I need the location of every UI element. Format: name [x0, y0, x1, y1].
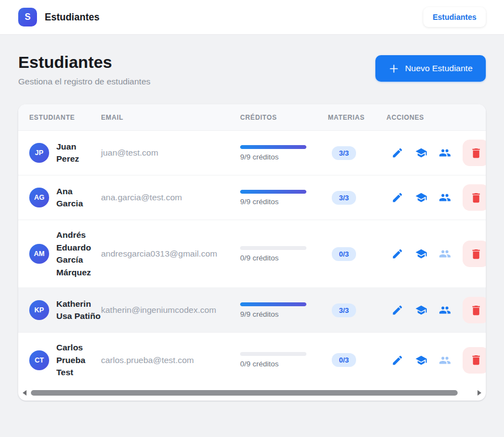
- credits-cell: 9/9 créditos: [240, 145, 328, 161]
- subjects-button[interactable]: [415, 248, 427, 260]
- materias-badge: 3/3: [332, 191, 356, 205]
- pencil-icon: [391, 147, 404, 159]
- credits-progressbar: [240, 145, 306, 149]
- table-row: KP Katherin Usa Patiño katherin@ingenium…: [18, 288, 486, 333]
- graduation-cap-icon: [415, 354, 427, 366]
- subjects-button[interactable]: [415, 147, 427, 159]
- credits-label: 0/9 créditos: [240, 360, 328, 368]
- avatar: CT: [29, 350, 49, 370]
- student-cell: JP Juan Perez: [18, 141, 101, 166]
- credits-label: 9/9 créditos: [240, 310, 328, 318]
- delete-button[interactable]: [463, 140, 486, 166]
- materias-cell: 0/3: [328, 247, 386, 261]
- actions-cell: [386, 140, 486, 166]
- credits-cell: 0/9 créditos: [240, 246, 328, 262]
- credits-progressbar: [240, 246, 306, 250]
- main-content: Estudiantes Gestiona el registro de estu…: [0, 35, 504, 401]
- scrollbar-thumb[interactable]: [31, 390, 458, 396]
- credits-label: 0/9 créditos: [240, 254, 328, 262]
- table-row: CT Carlos Prueba Test carlos.prueba@test…: [18, 333, 486, 388]
- page-head: Estudiantes Gestiona el registro de estu…: [18, 52, 486, 88]
- credits-progressbar: [240, 302, 306, 306]
- table-row: JP Juan Perez juan@test.com 9/9 créditos…: [18, 131, 486, 175]
- delete-button[interactable]: [463, 241, 486, 267]
- credits-cell: 9/9 créditos: [240, 190, 328, 206]
- group-button[interactable]: [439, 354, 451, 366]
- column-header-materias: MATERIAS: [328, 114, 386, 121]
- materias-cell: 3/3: [328, 146, 386, 160]
- page-subtitle: Gestiona el registro de estudiantes: [18, 76, 151, 88]
- table-header-row: ESTUDIANTE EMAIL CRÉDITOS MATERIAS ACCIO…: [18, 104, 486, 131]
- edit-button[interactable]: [391, 248, 404, 260]
- actions-cell: [386, 241, 486, 267]
- delete-button[interactable]: [463, 184, 486, 211]
- graduation-cap-icon: [415, 147, 427, 159]
- table-row: AM Andrés Eduardo García Márquez andresg…: [18, 220, 486, 288]
- people-icon: [439, 304, 451, 316]
- graduation-cap-icon: [415, 248, 427, 260]
- nav-estudiantes-chip[interactable]: Estudiantes: [423, 7, 486, 27]
- group-button[interactable]: [439, 147, 451, 159]
- people-icon: [439, 191, 451, 204]
- pencil-icon: [391, 191, 404, 204]
- student-email: ana.garcia@test.com: [101, 193, 240, 202]
- materias-badge: 3/3: [332, 146, 356, 160]
- student-cell: AM Andrés Eduardo García Márquez: [18, 229, 101, 279]
- column-header-estudiante: ESTUDIANTE: [18, 114, 101, 121]
- table-row: AG Ana Garcia ana.garcia@test.com 9/9 cr…: [18, 175, 486, 220]
- student-name: Ana Garcia: [56, 185, 101, 210]
- student-name: Katherin Usa Patiño: [56, 298, 101, 323]
- student-cell: AG Ana Garcia: [18, 185, 101, 210]
- actions-cell: [386, 347, 486, 374]
- group-button[interactable]: [439, 304, 451, 316]
- student-cell: KP Katherin Usa Patiño: [18, 298, 101, 323]
- app-header: S Estudiantes Estudiantes: [0, 0, 504, 35]
- edit-button[interactable]: [391, 304, 404, 316]
- students-table: ESTUDIANTE EMAIL CRÉDITOS MATERIAS ACCIO…: [18, 104, 486, 388]
- edit-button[interactable]: [391, 191, 404, 204]
- graduation-cap-icon: [415, 304, 427, 316]
- trash-icon: [470, 191, 482, 204]
- edit-button[interactable]: [391, 354, 404, 366]
- new-student-button[interactable]: Nuevo Estudiante: [375, 55, 486, 82]
- student-email: katherin@ingeniumcodex.com: [101, 305, 240, 315]
- subjects-button[interactable]: [415, 304, 427, 316]
- pencil-icon: [391, 354, 404, 366]
- materias-badge: 0/3: [332, 247, 356, 261]
- app-logo: S: [18, 8, 37, 26]
- trash-icon: [470, 147, 482, 159]
- new-student-button-label: Nuevo Estudiante: [405, 63, 473, 73]
- materias-cell: 3/3: [328, 191, 386, 205]
- credits-cell: 0/9 créditos: [240, 352, 328, 368]
- credits-label: 9/9 créditos: [240, 153, 328, 161]
- group-button[interactable]: [439, 191, 451, 204]
- app-logo-letter: S: [25, 12, 31, 22]
- credits-progress-fill: [240, 145, 306, 149]
- credits-progressbar: [240, 352, 306, 356]
- subjects-button[interactable]: [415, 354, 427, 366]
- group-button[interactable]: [439, 248, 451, 260]
- student-email: andresgarcia0313@gmail.com: [101, 249, 240, 259]
- student-name: Andrés Eduardo García Márquez: [56, 229, 101, 279]
- credits-label: 9/9 créditos: [240, 198, 328, 206]
- scrollbar-track[interactable]: [30, 390, 474, 396]
- people-icon: [439, 248, 451, 260]
- plus-icon: [389, 63, 399, 74]
- column-header-acciones: ACCIONES: [386, 114, 486, 121]
- scroll-right-arrow-icon[interactable]: [478, 390, 481, 396]
- edit-button[interactable]: [391, 147, 404, 159]
- delete-button[interactable]: [463, 297, 486, 323]
- actions-cell: [386, 297, 486, 323]
- subjects-button[interactable]: [415, 191, 427, 204]
- people-icon: [439, 354, 451, 366]
- avatar: JP: [29, 143, 49, 163]
- avatar: AG: [29, 188, 49, 207]
- avatar: KP: [29, 300, 49, 320]
- horizontal-scrollbar[interactable]: [18, 388, 486, 398]
- trash-icon: [470, 354, 482, 366]
- credits-progress-fill: [240, 190, 306, 194]
- delete-button[interactable]: [463, 347, 486, 374]
- scroll-left-arrow-icon[interactable]: [23, 390, 26, 396]
- student-name: Juan Perez: [56, 141, 101, 166]
- avatar: AM: [29, 244, 49, 264]
